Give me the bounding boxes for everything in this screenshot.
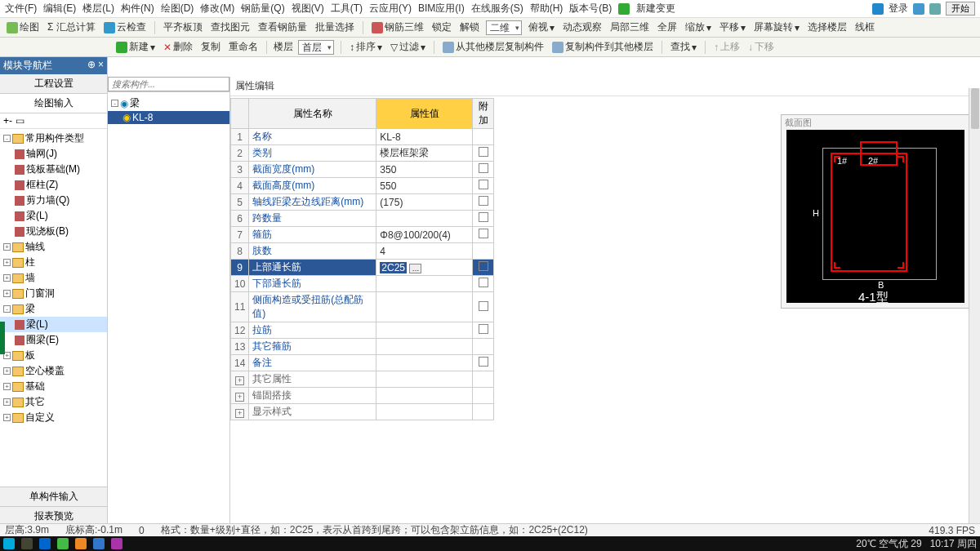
taskbar-app-icon[interactable]	[57, 538, 69, 549]
expand-icon[interactable]: +	[235, 393, 244, 402]
new-change-button[interactable]: 新建变更	[636, 2, 675, 16]
start-button[interactable]: 开始	[946, 2, 975, 16]
tree-node[interactable]: +基础	[0, 379, 107, 394]
taskbar-app-icon[interactable]	[39, 538, 51, 549]
tb-fullscreen[interactable]: 全屏	[656, 20, 679, 34]
property-extra[interactable]	[473, 194, 494, 211]
property-value[interactable]	[376, 355, 473, 371]
property-value[interactable]	[376, 339, 473, 355]
property-row[interactable]: 2类别楼层框架梁	[231, 145, 494, 162]
expand-icon[interactable]: +	[3, 367, 11, 375]
tree-node[interactable]: -梁	[0, 301, 107, 317]
tb-copy[interactable]: 复制	[199, 40, 222, 54]
extra-checkbox[interactable]	[479, 261, 488, 271]
property-value[interactable]: 350	[376, 162, 473, 178]
workspace-scrollbar[interactable]	[969, 88, 980, 527]
tb-pan[interactable]: 平移 ▾	[718, 20, 747, 34]
tree-node[interactable]: 框柱(Z)	[0, 177, 107, 193]
extra-checkbox[interactable]	[479, 212, 488, 222]
extra-checkbox[interactable]	[479, 324, 488, 334]
property-extra[interactable]	[473, 388, 494, 404]
extra-checkbox[interactable]	[479, 229, 488, 238]
tree-node[interactable]: +板	[0, 348, 107, 363]
tb-align-slab[interactable]: 平齐板顶	[162, 20, 204, 34]
property-row[interactable]: 1名称KL-8	[231, 129, 494, 145]
property-value[interactable]	[376, 211, 473, 227]
property-value[interactable]: 550	[376, 178, 473, 194]
view-mode-combo[interactable]: 二维	[486, 20, 522, 35]
expand-icon[interactable]: +	[3, 290, 11, 297]
tb-cloud-check[interactable]: 云检查	[102, 20, 148, 34]
menu-file[interactable]: 文件(F)	[5, 2, 37, 16]
login-button[interactable]: 登录	[889, 2, 908, 16]
tb-rotate[interactable]: 屏幕旋转 ▾	[752, 20, 801, 34]
component-tree[interactable]: -常用构件类型轴网(J)筏板基础(M)框柱(Z)剪力墙(Q)梁(L)现浇板(B)…	[0, 129, 107, 487]
property-row[interactable]: 6跨数量	[231, 211, 494, 227]
extra-checkbox[interactable]	[479, 180, 488, 189]
extra-checkbox[interactable]	[479, 301, 488, 311]
extra-checkbox[interactable]	[479, 147, 488, 157]
tree-node[interactable]: +轴线	[0, 239, 107, 255]
property-row[interactable]: +锚固搭接	[231, 388, 494, 404]
property-extra[interactable]	[473, 339, 494, 355]
tree-node[interactable]: 轴网(J)	[0, 146, 107, 162]
menu-floor[interactable]: 楼层(L)	[82, 2, 114, 16]
property-row[interactable]: 14备注	[231, 355, 494, 371]
tree-node[interactable]: +自定义	[0, 410, 107, 425]
expand-icon[interactable]: +	[3, 383, 11, 390]
expand-icon[interactable]: +	[235, 409, 244, 418]
property-row[interactable]: 9上部通长筋2C25 …	[231, 260, 494, 276]
floor-combo[interactable]: 首层	[298, 40, 334, 55]
property-extra[interactable]	[473, 276, 494, 292]
pin-icon[interactable]: ⊕ ×	[87, 59, 104, 73]
property-value[interactable]: 楼层框架梁	[376, 145, 473, 162]
taskbar-app-icon[interactable]	[21, 538, 33, 549]
tb-view-rebar[interactable]: 查看钢筋量	[256, 20, 309, 34]
extra-checkbox[interactable]	[479, 163, 488, 173]
menu-online[interactable]: 在线服务(S)	[471, 2, 523, 16]
property-value[interactable]	[376, 322, 473, 339]
search-input[interactable]	[108, 77, 229, 91]
skin-icon[interactable]	[929, 3, 941, 15]
menu-component[interactable]: 构件(N)	[121, 2, 154, 16]
property-row[interactable]: 3截面宽度(mm)350	[231, 162, 494, 178]
tb-zoom[interactable]: 缩放 ▾	[684, 20, 713, 34]
tree-node[interactable]: +门窗洞	[0, 286, 107, 301]
tree-node[interactable]: -常用构件类型	[0, 131, 107, 146]
property-row[interactable]: 12拉筋	[231, 322, 494, 339]
tree-node[interactable]: +柱	[0, 255, 107, 270]
property-extra[interactable]	[473, 243, 494, 260]
property-row[interactable]: 5轴线距梁左边线距离(mm)(175)	[231, 194, 494, 211]
property-value[interactable]: 4	[376, 243, 473, 260]
expand-icon[interactable]: -	[3, 305, 11, 313]
tb-copy-to[interactable]: 复制构件到其他楼层	[550, 40, 655, 54]
tree-node[interactable]: 梁(L)	[0, 208, 107, 224]
start-menu-icon[interactable]	[3, 538, 15, 549]
tb-batch-sel[interactable]: 批量选择	[314, 20, 356, 34]
taskbar-app-icon[interactable]	[93, 538, 105, 549]
tb-unlock[interactable]: 解锁	[458, 20, 481, 34]
menu-modify[interactable]: 修改(M)	[200, 2, 234, 16]
property-table[interactable]: 属性名称 属性值 附加 1名称KL-82类别楼层框架梁3截面宽度(mm)3504…	[230, 98, 494, 420]
tab-project-settings[interactable]: 工程设置	[0, 74, 107, 94]
property-value[interactable]	[376, 276, 473, 292]
property-extra[interactable]	[473, 178, 494, 194]
menu-version[interactable]: 版本号(B)	[569, 2, 612, 16]
property-value[interactable]	[376, 371, 473, 388]
property-row[interactable]: 11侧面构造或受扭筋(总配筋值)	[231, 292, 494, 322]
tb-find[interactable]: 查找 ▾	[669, 40, 698, 54]
tree-node[interactable]: 梁(L)	[0, 317, 107, 332]
property-row[interactable]: 7箍筋Φ8@100/200(4)	[231, 227, 494, 243]
property-extra[interactable]	[473, 145, 494, 162]
tb-find-elem[interactable]: 查找图元	[209, 20, 252, 34]
menu-draw[interactable]: 绘图(D)	[161, 2, 194, 16]
expand-icon[interactable]: +	[3, 274, 11, 282]
taskbar-app-icon[interactable]	[75, 538, 87, 549]
expand-icon[interactable]: +	[3, 398, 11, 406]
tb-sort[interactable]: ↕ 排序 ▾	[348, 40, 384, 54]
dock-handle[interactable]	[0, 322, 5, 354]
property-value[interactable]	[376, 388, 473, 404]
menu-rebar[interactable]: 钢筋量(Q)	[241, 2, 284, 16]
tab-draw-input[interactable]: 绘图输入	[0, 94, 107, 113]
property-extra[interactable]	[473, 371, 494, 388]
